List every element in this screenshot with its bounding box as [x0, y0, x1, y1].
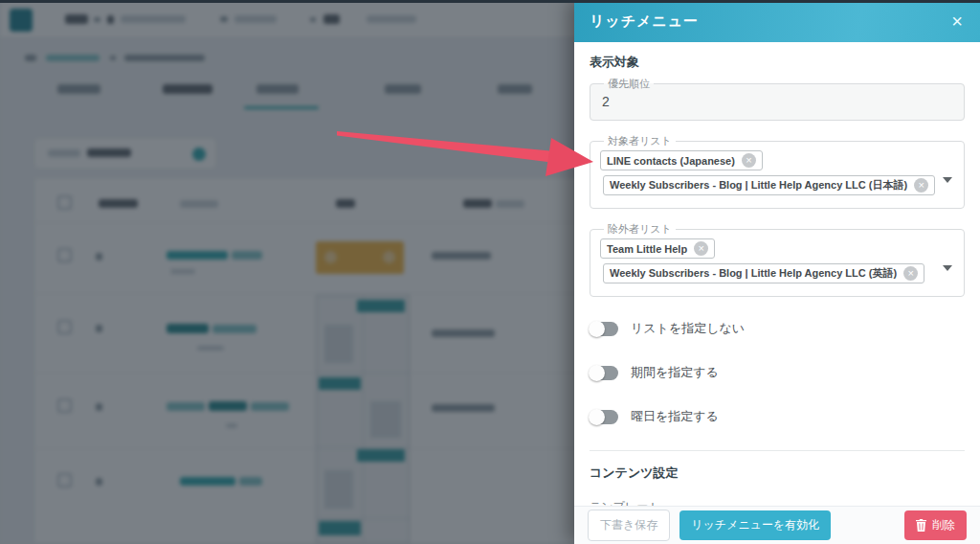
toggle-row-weekday: 曜日を指定する	[590, 408, 965, 425]
chip-remove-icon[interactable]: ×	[742, 153, 756, 168]
chip-label: Team Little Help	[607, 243, 687, 255]
drawer-footer: 下書き保存 リッチメニューを有効化 削除	[574, 506, 980, 544]
trash-icon	[916, 519, 926, 532]
content-settings-heading: コンテンツ設定	[590, 465, 965, 482]
close-icon[interactable]: ×	[949, 11, 965, 31]
chip-remove-icon[interactable]: ×	[903, 266, 918, 281]
save-draft-button[interactable]: 下書き保存	[588, 510, 670, 541]
exclude-chip[interactable]: Team Little Help ×	[600, 238, 715, 259]
chip-label: Weekly Subscribers - Blog | Little Help …	[610, 266, 897, 281]
chip-label: LINE contacts (Japanese)	[607, 155, 735, 167]
chip-remove-icon[interactable]: ×	[694, 241, 708, 256]
toggle-row-period: 期間を指定する	[590, 364, 965, 381]
section-divider	[590, 450, 965, 451]
delete-button[interactable]: 削除	[904, 510, 967, 540]
no-list-toggle-label: リストを指定しない	[631, 320, 745, 337]
target-chip[interactable]: LINE contacts (Japanese) ×	[600, 150, 763, 170]
drawer-title: リッチメニュー	[590, 12, 949, 31]
activate-label: リッチメニューを有効化	[691, 517, 819, 533]
exclude-list-select[interactable]: 除外者リスト Team Little Help × Weekly Subscri…	[590, 222, 965, 297]
exclude-chip[interactable]: Weekly Subscribers - Blog | Little Help …	[603, 263, 924, 283]
weekday-toggle-label: 曜日を指定する	[631, 408, 719, 425]
caret-down-icon[interactable]	[943, 265, 952, 271]
priority-field[interactable]: 優先順位 2	[590, 77, 965, 121]
drawer-header: リッチメニュー ×	[574, 0, 980, 42]
weekday-toggle[interactable]	[590, 410, 618, 424]
drawer-body: 表示対象 優先順位 2 対象者リスト LINE contacts (Japane…	[574, 42, 980, 506]
target-list-label: 対象者リスト	[604, 134, 676, 148]
display-target-heading: 表示対象	[590, 54, 965, 71]
target-list-select[interactable]: 対象者リスト LINE contacts (Japanese) × Weekly…	[590, 134, 965, 209]
chip-label: Weekly Subscribers - Blog | Little Help …	[610, 178, 907, 193]
activate-rich-menu-button[interactable]: リッチメニューを有効化	[679, 510, 831, 540]
delete-label: 削除	[932, 517, 955, 533]
no-list-toggle[interactable]	[590, 322, 618, 336]
priority-value[interactable]: 2	[600, 93, 954, 112]
period-toggle-label: 期間を指定する	[631, 364, 719, 381]
period-toggle[interactable]	[590, 366, 618, 380]
save-draft-label: 下書き保存	[600, 517, 657, 533]
screen: リッチメニュー × 表示対象 優先順位 2 対象者リスト LINE contac…	[0, 0, 980, 544]
toggle-row-no-list: リストを指定しない	[590, 320, 965, 337]
template-label: テンプレート	[590, 499, 965, 506]
caret-down-icon[interactable]	[943, 177, 952, 183]
target-chip[interactable]: Weekly Subscribers - Blog | Little Help …	[603, 175, 935, 195]
window-top-edge	[0, 0, 980, 3]
priority-label: 優先順位	[604, 77, 654, 91]
chip-remove-icon[interactable]: ×	[914, 178, 928, 193]
rich-menu-drawer: リッチメニュー × 表示対象 優先順位 2 対象者リスト LINE contac…	[574, 0, 980, 544]
exclude-list-label: 除外者リスト	[604, 222, 676, 237]
